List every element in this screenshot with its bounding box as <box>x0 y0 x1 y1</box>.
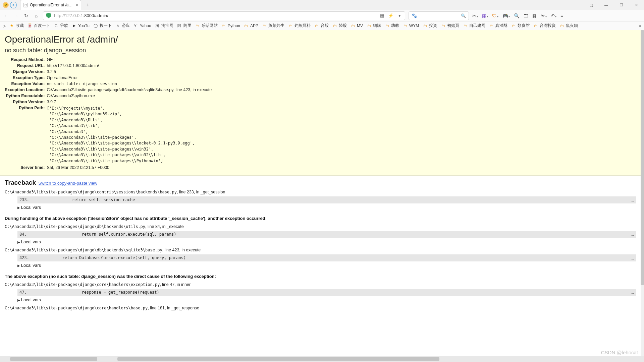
bookmark-item[interactable]: 🗀Python <box>221 23 240 28</box>
bookmark-item[interactable]: 阿阿里 <box>177 23 192 28</box>
window-close-icon[interactable]: ✕ <box>629 0 644 10</box>
bookmark-item[interactable]: 🗀台灣投資 <box>533 23 556 28</box>
bookmark-label: 魚菜共生 <box>268 23 284 28</box>
bookmark-label: 幼教 <box>391 23 399 28</box>
error-subtitle: no such table: django_session <box>5 47 636 54</box>
meta-label: Request Method: <box>5 57 47 63</box>
traceback-frame: C:\Anaconda3\lib\site-packages\django\db… <box>5 248 636 268</box>
site-security-shield-icon[interactable] <box>46 13 51 18</box>
apps-icon[interactable]: ▦ <box>532 13 537 18</box>
bookmark-favicon-icon: ★ <box>9 23 14 28</box>
bookmark-item[interactable]: 🗀魚火鍋 <box>559 23 578 28</box>
nav-compass-icon[interactable]: ➤ <box>10 2 17 8</box>
bookmark-item[interactable]: 🗀WYM <box>402 23 419 28</box>
bookmark-item[interactable]: 🗀初始頁 <box>440 23 459 28</box>
window-side-icon[interactable]: ▢ <box>584 0 599 10</box>
reload-button[interactable]: ↻ <box>23 12 30 19</box>
bookmarks-expand-icon[interactable]: ▷ <box>3 23 6 28</box>
bookmark-item[interactable]: b必应 <box>115 23 130 28</box>
new-tab-button[interactable]: + <box>84 1 92 9</box>
home-button[interactable]: ⌂ <box>33 12 40 19</box>
note-icon[interactable]: 🗔 <box>524 13 528 18</box>
bolt-icon[interactable]: ⚡ <box>388 13 393 18</box>
vertical-scrollbar[interactable] <box>641 30 644 356</box>
profile-avatar-icon[interactable]: 🙂 <box>3 2 9 8</box>
traceback-frame: C:\Anaconda3\lib\site-packages\django\co… <box>5 306 636 310</box>
bookmark-item[interactable]: 🗀自己建网 <box>463 23 485 28</box>
ellipsis-icon[interactable]: … <box>631 232 634 237</box>
exception-chain-text: During handling of the above exception (… <box>5 216 636 221</box>
magnify-icon[interactable]: 🔍 <box>514 13 520 18</box>
meta-value: http://127.0.0.1:8000/admin/ <box>47 63 212 69</box>
folder-icon: 🗀 <box>463 23 468 28</box>
window-minimize-icon[interactable]: — <box>599 0 614 10</box>
ellipsis-icon[interactable]: … <box>631 197 634 202</box>
bookmark-item[interactable]: 🗀投資 <box>422 23 437 28</box>
bookmark-label: Python <box>228 23 240 28</box>
ellipsis-icon[interactable]: … <box>631 255 634 260</box>
bookmark-item[interactable]: 🀄百度一下 <box>27 23 50 28</box>
bookmark-item[interactable]: 🗀乐活网站 <box>195 23 218 28</box>
meta-value: OperationalError <box>47 75 212 81</box>
frame-location: C:\Anaconda3\lib\site-packages\django\db… <box>5 248 636 252</box>
shield-icon[interactable]: 🛡 <box>492 13 498 18</box>
bookmark-item[interactable]: 🗀MV <box>350 23 363 28</box>
forward-button[interactable]: → <box>13 12 19 19</box>
back-button[interactable]: ← <box>3 12 9 19</box>
bookmark-item[interactable]: ▶YouTu <box>71 23 90 28</box>
qr-icon[interactable]: ▦ <box>379 13 385 18</box>
bookmark-item[interactable]: 🗀真澄酥 <box>489 23 507 28</box>
bookmark-item[interactable]: G谷歌 <box>53 23 68 28</box>
traceback-frame: C:\Anaconda3\lib\site-packages\django\co… <box>5 282 636 302</box>
scissors-icon[interactable]: ✂ <box>472 13 478 18</box>
bookmark-item[interactable]: ★收藏 <box>9 23 24 28</box>
horizontal-scrollbar[interactable] <box>0 356 644 362</box>
bookmark-item[interactable]: 🗀釣魚餌料 <box>288 23 311 28</box>
local-vars-toggle[interactable]: Local vars <box>17 205 636 210</box>
local-vars-toggle[interactable]: Local vars <box>17 263 636 268</box>
undo-icon[interactable]: ↶ <box>551 13 556 18</box>
bookmark-item[interactable]: 淘淘宝网 <box>155 23 173 28</box>
bookmark-item[interactable]: 🗀幼教 <box>384 23 399 28</box>
bookmark-item[interactable]: 🗀網購 <box>366 23 381 28</box>
browser-chrome: 🙂 ➤ ◻ OperationalError at /admin/ × + ▢ … <box>0 0 644 30</box>
window-maximize-icon[interactable]: ❐ <box>614 0 629 10</box>
bookmark-label: 自己建网 <box>469 23 485 28</box>
tab-favicon-icon: ◻ <box>23 3 28 7</box>
folder-icon: 🗀 <box>350 23 356 28</box>
bookmarks-overflow-icon[interactable]: » <box>639 23 641 28</box>
traceback-frame: C:\Anaconda3\lib\site-packages\django\co… <box>5 190 636 210</box>
folder-icon: 🗀 <box>332 23 337 28</box>
bookmark-label: 阿里 <box>183 23 192 28</box>
bookmark-item[interactable]: ◯搜一下 <box>93 23 112 28</box>
search-box[interactable]: 🐾 🔍 <box>409 11 469 20</box>
folder-icon: 🗀 <box>511 23 516 28</box>
address-bar[interactable]: http://127.0.0.1:8000/admin/ ▦ ⚡ ▾ <box>43 11 405 20</box>
theme-sun-icon[interactable]: ☀ <box>541 13 547 18</box>
gamepad-icon[interactable]: 🎮 <box>502 13 510 18</box>
address-row: ← → ↻ ⌂ http://127.0.0.1:8000/admin/ ▦ ⚡… <box>0 10 644 21</box>
bookmark-favicon-icon: ▶ <box>71 23 77 28</box>
switch-view-link[interactable]: Switch to copy-and-paste view <box>38 181 97 186</box>
error-title: OperationalError at /admin/ <box>5 34 636 45</box>
bookmark-favicon-icon: G <box>53 23 59 28</box>
local-vars-toggle[interactable]: Local vars <box>17 239 636 244</box>
ellipsis-icon[interactable]: … <box>631 290 634 295</box>
bookmarks-bar: ▷ ★收藏🀄百度一下G谷歌▶YouTu◯搜一下b必应Y!Yahoo淘淘宝网阿阿里… <box>0 21 644 30</box>
bookmark-item[interactable]: 🗀陸股 <box>332 23 347 28</box>
bookmark-item[interactable]: 🗀魚菜共生 <box>262 23 284 28</box>
bookmark-item[interactable]: 🗀APP <box>244 23 258 28</box>
local-vars-toggle[interactable]: Local vars <box>17 297 636 302</box>
grid-icon[interactable]: ▦ <box>482 13 488 18</box>
tab-close-icon[interactable]: × <box>75 3 78 7</box>
bookmark-item[interactable]: 🗀類食館 <box>511 23 530 28</box>
bookmark-label: YouTu <box>78 23 90 28</box>
bookmark-label: 投資 <box>429 23 437 28</box>
search-icon: 🔍 <box>461 13 466 18</box>
browser-tab[interactable]: ◻ OperationalError at /admin/ × <box>20 0 81 10</box>
bookmark-item[interactable]: 🗀台股 <box>314 23 329 28</box>
bookmark-favicon-icon: 🀄 <box>27 23 33 28</box>
menu-icon[interactable]: ≡ <box>560 13 563 18</box>
addr-chevron-down-icon[interactable]: ▾ <box>397 13 402 18</box>
bookmark-item[interactable]: Y!Yahoo <box>133 23 151 28</box>
